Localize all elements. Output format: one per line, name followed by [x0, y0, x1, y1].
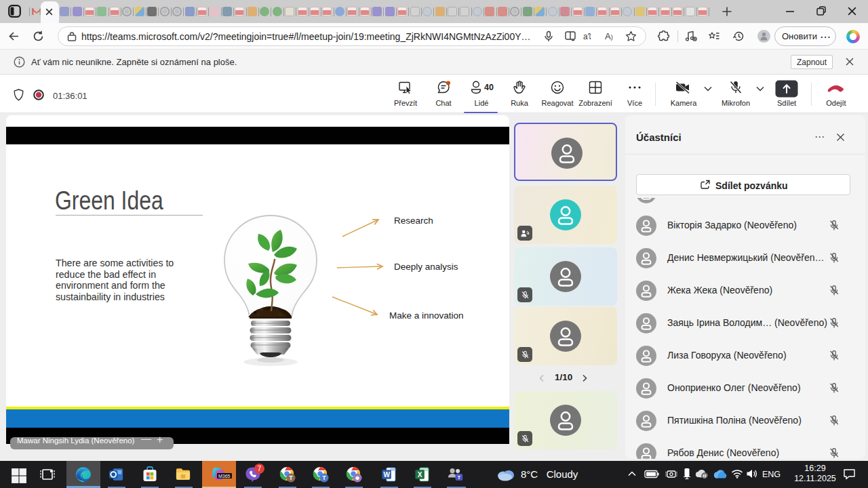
- svg-text:☻: ☻: [354, 474, 360, 481]
- svg-text:W: W: [383, 471, 390, 479]
- svg-text:T: T: [458, 474, 461, 481]
- svg-text:T: T: [289, 474, 293, 481]
- svg-text:40: 40: [484, 83, 494, 92]
- svg-text:X: X: [418, 471, 422, 479]
- svg-text:T: T: [322, 474, 326, 481]
